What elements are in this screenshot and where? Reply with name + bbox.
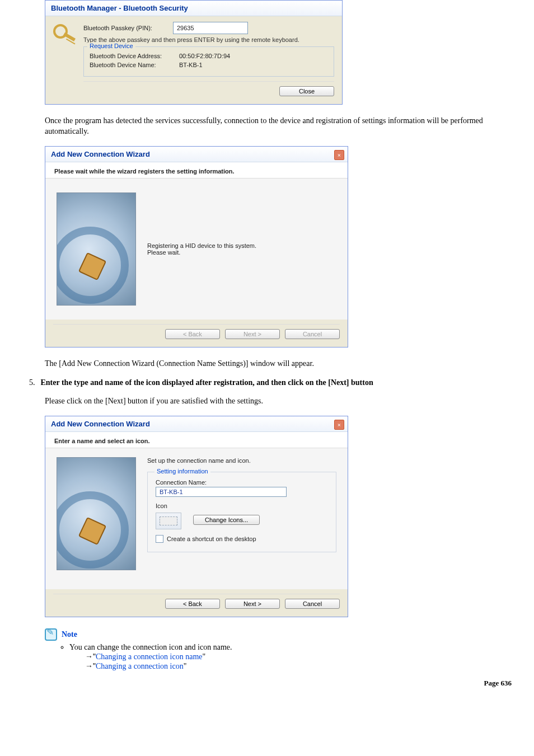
key-icon [53, 24, 76, 46]
link-change-icon[interactable]: Changing a connection icon [96, 662, 184, 670]
close-icon[interactable]: × [334, 150, 344, 160]
paragraph: The [Add New Connection Wizard (Connecti… [45, 359, 512, 369]
device-name-value: BT-KB-1 [179, 62, 203, 68]
quote-end: " [202, 652, 205, 661]
back-button: < Back [165, 329, 220, 339]
bluetooth-security-dialog: Bluetooth Manager - Bluetooth Security B… [45, 0, 343, 105]
wizard-graphic [57, 457, 136, 570]
icon-label: Icon [156, 503, 328, 509]
add-connection-wizard-name: Add New Connection Wizard × Enter a name… [45, 416, 348, 617]
create-shortcut-checkbox[interactable]: Create a shortcut on the desktop [156, 535, 256, 543]
device-address-value: 00:50:F2:80:7D:94 [179, 53, 230, 59]
close-button[interactable]: Close [279, 86, 334, 96]
wizard-graphic [57, 192, 136, 306]
quote-end: " [184, 662, 187, 670]
checkbox-icon [156, 535, 163, 543]
dialog-title: Add New Connection Wizard [45, 416, 348, 432]
request-device-legend: Request Device [87, 43, 135, 49]
close-icon[interactable]: × [334, 420, 344, 430]
request-device-group: Request Device Bluetooth Device Address:… [83, 46, 334, 77]
note-label: Note [62, 630, 77, 639]
device-name-label: Bluetooth Device Name: [90, 62, 179, 68]
passkey-field[interactable]: 29635 [173, 22, 248, 34]
setting-information-group: Setting information Connection Name: BT-… [147, 472, 336, 552]
create-shortcut-label: Create a shortcut on the desktop [167, 536, 256, 542]
step-heading: Enter the type and name of the icon disp… [41, 378, 373, 387]
back-button[interactable]: < Back [165, 599, 220, 609]
setting-information-legend: Setting information [154, 468, 210, 475]
wizard-instruction: Please wait while the wizard registers t… [45, 162, 348, 179]
registering-message-1: Registering a HID device to this system. [147, 242, 336, 249]
connection-icon-preview [156, 513, 181, 529]
note-icon [45, 628, 57, 641]
dialog-title: Bluetooth Manager - Bluetooth Security [45, 1, 342, 16]
cancel-button: Cancel [285, 329, 340, 339]
next-button[interactable]: Next > [225, 599, 280, 609]
device-address-label: Bluetooth Device Address: [90, 53, 179, 59]
arrow-icon: →" [85, 652, 96, 661]
wizard-instruction: Enter a name and select an icon. [45, 432, 348, 448]
registering-message-2: Please wait. [147, 249, 336, 256]
cancel-button[interactable]: Cancel [285, 599, 340, 609]
paragraph: Once the program has detected the servic… [45, 116, 512, 137]
connection-name-label: Connection Name: [156, 479, 328, 486]
page-footer: Page 636 [45, 679, 512, 688]
passkey-label: Bluetooth Passkey (PIN): [83, 25, 173, 31]
change-icons-button[interactable]: Change Icons... [193, 515, 260, 525]
next-button: Next > [225, 329, 280, 339]
link-change-icon-name[interactable]: Changing a connection icon name [96, 652, 203, 661]
connection-name-input[interactable]: BT-KB-1 [156, 487, 287, 497]
add-connection-wizard-registering: Add New Connection Wizard × Please wait … [45, 146, 348, 348]
wizard-intro: Set up the connection name and icon. [147, 457, 336, 464]
step-body: Please click on the [Next] button if you… [45, 396, 512, 407]
step-number: 5. [29, 378, 35, 391]
note-text: You can change the connection icon and i… [69, 643, 232, 651]
note-list: You can change the connection icon and i… [56, 643, 512, 671]
dialog-title: Add New Connection Wizard [45, 147, 348, 162]
arrow-icon: →" [85, 661, 96, 670]
